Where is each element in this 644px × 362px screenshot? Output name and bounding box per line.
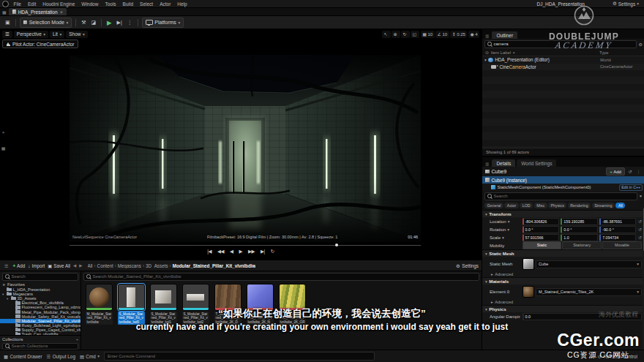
import-button[interactable]: ↓ Import <box>28 263 45 268</box>
mobility-movable-button[interactable]: Movable <box>602 241 642 249</box>
menu-item[interactable]: Help <box>174 1 190 7</box>
panel-menu-icon[interactable]: ☰ <box>484 162 490 167</box>
viewport-tool[interactable]: ▦ 10 <box>421 31 435 38</box>
details-filter-tab[interactable]: Misc <box>534 203 547 208</box>
details-filter-tab[interactable]: Streaming <box>592 203 615 208</box>
close-panel-icon[interactable]: × <box>2 130 5 135</box>
cinematics-icon[interactable]: ◪ <box>89 20 97 26</box>
reset-icon[interactable]: ↺ <box>638 219 642 224</box>
details-filter-tab[interactable]: Physics <box>548 203 566 208</box>
content-drawer-button[interactable]: ▦ Content Drawer <box>4 354 42 359</box>
tab-details[interactable]: Details <box>492 159 515 167</box>
item-label-column[interactable]: Item Label <box>491 50 511 55</box>
viewport-tool[interactable]: ↻ <box>401 31 410 38</box>
section-static-mesh[interactable]: ▾ Static Mesh <box>482 249 644 257</box>
perspective-selector[interactable]: Perspective ▾ <box>14 31 48 38</box>
pilot-actor-indicator[interactable]: Pilot Actor: CineCameraActor <box>2 39 78 48</box>
x-value-field[interactable]: -804.306826 <box>523 218 559 225</box>
viewport-tool[interactable]: ◉ 4 <box>468 31 479 38</box>
reset-icon[interactable]: ↺ <box>627 169 633 174</box>
breadcrumb-item[interactable]: Megascans › <box>118 263 144 268</box>
tab-world-settings[interactable]: World Settings <box>517 159 556 167</box>
menu-item[interactable]: File <box>10 1 24 7</box>
viewport-menu-icon[interactable]: ☰ <box>2 31 12 38</box>
y-value-field[interactable]: 159.190285 <box>561 218 597 225</box>
console-command-input[interactable]: Enter Console Command <box>104 352 375 361</box>
y-value-field[interactable]: 1.0 <box>561 234 597 241</box>
edit-in-cpp-button[interactable]: Edit in C++ <box>619 184 643 191</box>
details-filter-tab[interactable]: All <box>615 203 625 208</box>
menu-item[interactable]: Window <box>78 1 102 7</box>
add-collection-icon[interactable]: + <box>76 337 78 342</box>
close-tab-icon[interactable]: × <box>60 10 63 15</box>
breadcrumb-item[interactable]: 3D_Assets › <box>146 263 171 268</box>
output-log-button[interactable]: ☰ Output Log <box>47 354 75 359</box>
viewport-tool[interactable]: ⇕ 0.25 <box>450 31 467 38</box>
menu-item[interactable]: Edit <box>24 1 39 7</box>
mobility-stationary-button[interactable]: Stationary <box>562 241 602 249</box>
details-search-input[interactable]: Search <box>484 192 637 200</box>
transport-button[interactable]: ↻ <box>271 249 274 254</box>
breadcrumb-item[interactable]: Modular_Stained_Pillar_Kit_vlvnlbdiw › <box>173 263 256 268</box>
editor-mode-selector[interactable]: Selection Mode ▾ <box>20 18 72 28</box>
details-filter-tab[interactable]: Actor <box>504 203 518 208</box>
details-filter-tab[interactable]: General <box>484 203 503 208</box>
material-picker[interactable]: M_Stained_Ceramic_Tiles_2K ▾ <box>536 288 642 296</box>
breadcrumb-item[interactable]: All › <box>88 263 96 268</box>
transport-button[interactable]: ◀◀ <box>217 249 224 254</box>
y-value-field[interactable]: 0.0 ° <box>561 226 597 233</box>
component-row-root[interactable]: Cube9 (Instance) <box>482 176 644 184</box>
more-options-icon[interactable]: ⋮ <box>635 169 642 174</box>
transport-button[interactable]: ◀ <box>230 249 233 254</box>
panel-tab-icon[interactable]: ▦ <box>1 146 6 151</box>
visibility-column-icon[interactable]: ⊙ <box>485 50 489 55</box>
tab-outliner[interactable]: Outliner <box>492 31 517 39</box>
transport-button[interactable]: ▶ <box>239 249 243 254</box>
level-viewport[interactable]: ☰ Perspective ▾ Lit ▾ Show ▾ ↖ ⊕ <box>0 29 482 260</box>
show-flags-selector[interactable]: Show ▾ <box>66 31 88 38</box>
outliner-row-cinecamera[interactable]: CineCameraActor CineCameraActor <box>482 64 644 71</box>
asset-search-input[interactable]: Search Modular_Stained_Pillar_Kit_vlvnlb… <box>83 273 479 281</box>
expand-icon[interactable]: ▾ <box>2 293 5 296</box>
transport-button[interactable]: ▶| <box>261 249 265 254</box>
viewport-tool[interactable]: ◱ <box>411 31 419 38</box>
cmd-selector[interactable]: ▤ Cmd ▾ <box>80 354 100 359</box>
outliner-row-world[interactable]: ▾ HDA_Presentation (Editor) World <box>482 56 644 64</box>
play-options-icon[interactable]: ⋮ <box>126 20 134 26</box>
expand-icon[interactable]: ▾ <box>7 297 10 301</box>
mobility-static-button[interactable]: Static <box>523 241 562 249</box>
z-value-field[interactable]: 7.094734 <box>599 234 636 241</box>
section-transform[interactable]: ▾ Transform <box>482 210 644 217</box>
details-filter-tab[interactable]: Rendering <box>568 203 591 208</box>
static-mesh-picker[interactable]: Cube ▾ <box>536 260 642 268</box>
filter-icon[interactable]: ▼ <box>639 194 643 198</box>
favorites-header[interactable]: ★ Favorites <box>0 282 80 287</box>
transport-button[interactable]: |◀ <box>207 249 211 254</box>
viewport-tool[interactable]: ∠ 10 <box>435 31 449 38</box>
forward-icon[interactable]: ▶ <box>79 263 82 268</box>
back-icon[interactable]: ◀ <box>73 263 76 268</box>
x-value-field[interactable]: 57.931566 <box>523 234 559 241</box>
content-browser-settings[interactable]: ⚙ Settings <box>456 263 479 268</box>
platforms-menu[interactable]: Platforms ▾ <box>142 18 184 28</box>
x-value-field[interactable]: 0.0 ° <box>523 226 559 233</box>
layout-grid-icon[interactable]: ▦ <box>2 10 7 15</box>
folder-search-input[interactable]: Search <box>2 273 78 281</box>
panel-menu-icon[interactable]: ☰ <box>484 34 490 39</box>
menu-item[interactable]: Tools <box>102 1 119 7</box>
save-all-button[interactable]: ▣ Save All <box>48 263 70 268</box>
viewport-tool[interactable]: ↖ <box>382 31 391 38</box>
z-value-field[interactable]: -86.387691 <box>599 218 636 225</box>
menu-item[interactable]: Actor <box>157 1 174 7</box>
transport-button[interactable]: ▶▶ <box>248 249 255 254</box>
save-icon[interactable]: ▣ <box>4 20 12 26</box>
play-button[interactable]: ▶ <box>105 19 113 26</box>
skip-frame-button[interactable]: ▶| <box>116 20 124 26</box>
details-filter-tab[interactable]: LOD <box>520 203 533 208</box>
component-row-staticmesh[interactable]: StaticMeshComponent (StaticMeshComponent… <box>482 184 644 191</box>
advanced-expander[interactable]: ▸ Advanced <box>482 299 644 305</box>
expand-icon[interactable]: ▾ <box>484 58 487 62</box>
section-materials[interactable]: ▾ Materials <box>482 277 644 284</box>
playhead-marker[interactable] <box>335 244 338 246</box>
add-button[interactable]: + Add <box>12 263 25 268</box>
